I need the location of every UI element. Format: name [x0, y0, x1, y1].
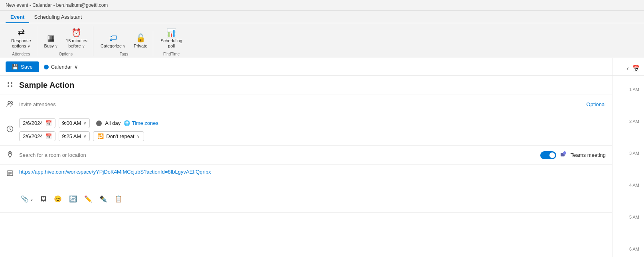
repeat-chevron-icon: ∨ — [137, 134, 140, 138]
ribbon-busy-button[interactable]: ▦ Busy ∨ — [41, 32, 61, 50]
main-wrapper: 💾 Save Calendar ∨ — [0, 58, 644, 257]
allday-toggle[interactable]: All day — [96, 120, 121, 126]
sidebar-actions: ‹ 📅 — [612, 61, 644, 76]
ribbon-scheduling-poll-button[interactable]: 📊 Schedulingpoll — [157, 26, 185, 50]
tab-scheduling-assistant[interactable]: Scheduling Assistant — [29, 11, 87, 23]
ribbon-group-findtime: 📊 Schedulingpoll FindTime — [155, 26, 188, 56]
body-row: https://app.hive.com/workspace/yYPjDoK4M… — [0, 165, 612, 213]
ribbon-attendees-items: ⇄ Responseoptions ∨ — [8, 26, 34, 50]
ribbon-reminder-button[interactable]: ⏰ 15 minutesbefore ∨ — [63, 26, 91, 50]
clock-icon — [6, 125, 19, 134]
start-time-chevron-icon: ∨ — [83, 121, 86, 125]
ribbon-group-options-label: Options — [59, 52, 72, 56]
title-field-content — [19, 81, 606, 90]
start-time-value: 9:00 AM — [62, 120, 81, 126]
ribbon-options-items: ▦ Busy ∨ ⏰ 15 minutesbefore ∨ — [41, 26, 91, 50]
title-row — [0, 76, 612, 95]
end-date-calendar-icon: 📅 — [45, 133, 52, 139]
calendar-selector[interactable]: Calendar ∨ — [44, 64, 79, 70]
teams-toggle-switch[interactable] — [540, 151, 556, 159]
ribbon-group-findtime-label: FindTime — [163, 52, 180, 56]
end-datetime-line: 2/6/2024 📅 9:25 AM ∨ 🔁 Don't repeat ∨ — [19, 131, 606, 141]
image-button[interactable]: 🖼 — [39, 195, 48, 204]
image-icon: 🖼 — [40, 196, 47, 202]
signature-button[interactable]: ✒️ — [98, 194, 109, 204]
loop-icon: 🔄 — [69, 196, 77, 202]
busy-label: Busy ∨ — [44, 43, 58, 49]
location-field-content — [19, 152, 540, 158]
repeat-icon: 🔁 — [97, 133, 104, 139]
datetime-field-content: 2/6/2024 📅 9:00 AM ∨ All day — [19, 118, 606, 141]
svg-point-0 — [8, 82, 9, 84]
ribbon: ⇄ Responseoptions ∨ Attendees ▦ Busy ∨ ⏰… — [0, 23, 644, 58]
time-6am: 6 AM — [612, 235, 644, 257]
end-time-input[interactable]: 9:25 AM ∨ — [59, 131, 90, 141]
timezone-label: Time zones — [132, 120, 158, 126]
end-date-input[interactable]: 2/6/2024 📅 — [19, 131, 55, 141]
response-options-icon: ⇄ — [18, 27, 25, 38]
emoji-icon: 😊 — [54, 196, 62, 202]
calendar-chevron-icon: ∨ — [74, 64, 78, 70]
ribbon-private-button[interactable]: 🔓 Private — [130, 32, 150, 50]
svg-point-7 — [10, 152, 11, 154]
allday-toggle-circle — [96, 121, 102, 126]
teams-meeting-toggle: Teams meeting — [540, 150, 606, 160]
svg-point-4 — [8, 101, 10, 104]
reminder-icon: ⏰ — [71, 28, 81, 38]
title-icon — [6, 81, 19, 90]
highlight-button[interactable]: ✏️ — [83, 194, 94, 204]
time-2am: 2 AM — [612, 108, 644, 140]
forms-button[interactable]: 📋 — [113, 194, 124, 204]
optional-link[interactable]: Optional — [587, 101, 606, 107]
start-date-input[interactable]: 2/6/2024 📅 — [19, 118, 55, 128]
scheduling-poll-label: Schedulingpoll — [160, 38, 182, 49]
tab-event[interactable]: Event — [6, 11, 29, 23]
location-input[interactable] — [19, 152, 86, 158]
location-row: Teams meeting — [0, 146, 612, 165]
sidebar-back-icon[interactable]: ‹ — [627, 65, 629, 72]
attendees-field-content — [19, 101, 587, 107]
busy-icon: ▦ — [47, 33, 55, 43]
ribbon-group-tags: 🏷 Categorize ∨ 🔓 Private Tags — [95, 32, 154, 56]
svg-point-1 — [11, 82, 12, 84]
datetime-row: 2/6/2024 📅 9:00 AM ∨ All day — [0, 114, 612, 146]
teams-meeting-label: Teams meeting — [571, 152, 606, 158]
private-label: Private — [134, 43, 147, 49]
ribbon-tags-items: 🏷 Categorize ∨ 🔓 Private — [97, 32, 151, 50]
repeat-label: Don't repeat — [106, 133, 134, 139]
title-bar: New event - Calendar - ben.halkum@goettl… — [0, 0, 644, 11]
svg-point-3 — [11, 85, 12, 87]
start-date-value: 2/6/2024 — [23, 120, 43, 126]
attach-button[interactable]: 📎 ∨ — [19, 194, 35, 204]
forms-icon: 📋 — [115, 196, 122, 202]
notes-url[interactable]: https://app.hive.com/workspace/yYPjDoK4M… — [19, 169, 606, 175]
ribbon-group-options: ▦ Busy ∨ ⏰ 15 minutesbefore ∨ Options — [39, 26, 93, 56]
time-3am: 3 AM — [612, 140, 644, 172]
event-title-input[interactable] — [19, 81, 606, 90]
repeat-selector[interactable]: 🔁 Don't repeat ∨ — [93, 131, 144, 141]
ribbon-findtime-items: 📊 Schedulingpoll — [157, 26, 185, 50]
start-date-calendar-icon: 📅 — [45, 120, 52, 126]
ribbon-group-attendees: ⇄ Responseoptions ∨ Attendees — [6, 26, 37, 56]
save-label: Save — [21, 64, 33, 70]
title-bar-text: New event - Calendar - ben.halkum@goettl… — [6, 2, 108, 8]
notes-area: https://app.hive.com/workspace/yYPjDoK4M… — [19, 169, 606, 204]
private-icon: 🔓 — [136, 33, 146, 43]
save-button[interactable]: 💾 Save — [6, 61, 39, 72]
save-icon: 💾 — [12, 64, 18, 70]
action-bar: 💾 Save Calendar ∨ — [0, 58, 612, 76]
attendees-input[interactable] — [19, 101, 587, 107]
time-1am: 1 AM — [612, 76, 644, 108]
ribbon-group-tags-label: Tags — [120, 52, 128, 56]
emoji-button[interactable]: 😊 — [52, 194, 63, 204]
scheduling-poll-icon: 📊 — [166, 28, 176, 38]
loop-button[interactable]: 🔄 — [67, 194, 79, 204]
event-form: Optional 2/6/2024 � — [0, 76, 612, 213]
calendar-label: Calendar — [51, 64, 72, 70]
timezone-link[interactable]: 🌐 Time zones — [124, 120, 158, 126]
ribbon-response-options-button[interactable]: ⇄ Responseoptions ∨ — [8, 26, 34, 50]
sidebar-calendar-icon[interactable]: 📅 — [632, 65, 640, 72]
start-time-input[interactable]: 9:00 AM ∨ — [59, 118, 90, 128]
ribbon-categorize-button[interactable]: 🏷 Categorize ∨ — [97, 32, 129, 50]
globe-icon: 🌐 — [124, 120, 130, 126]
